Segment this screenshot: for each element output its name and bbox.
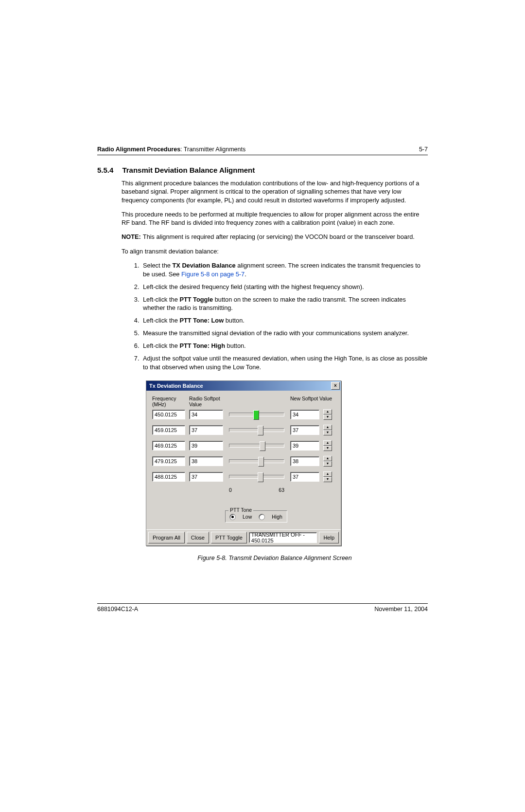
frequency-field[interactable]: 488.0125 bbox=[152, 472, 185, 482]
softpot-row: 479.01253838▲▼ bbox=[152, 456, 335, 467]
step-3: Left-click the PTT Toggle button on the … bbox=[141, 295, 428, 313]
softpot-slider[interactable] bbox=[227, 413, 286, 416]
new-softpot-field[interactable]: 38 bbox=[290, 456, 319, 466]
frequency-field[interactable]: 479.0125 bbox=[152, 456, 185, 466]
softpot-spinner[interactable]: ▲▼ bbox=[323, 440, 335, 451]
program-all-button[interactable]: Program All bbox=[148, 532, 185, 543]
radio-softpot-field: 37 bbox=[189, 472, 223, 482]
slider-thumb[interactable] bbox=[260, 441, 265, 451]
frequency-field[interactable]: 459.0125 bbox=[152, 425, 185, 435]
running-header: Radio Alignment Procedures: Transmitter … bbox=[97, 146, 428, 155]
slider-thumb[interactable] bbox=[258, 472, 263, 482]
step-5: Measure the transmitted signal deviation… bbox=[141, 329, 428, 338]
step-1: Select the TX Deviation Balance alignmen… bbox=[141, 261, 428, 279]
radio-softpot-field: 37 bbox=[189, 425, 223, 435]
slider-thumb[interactable] bbox=[258, 426, 263, 435]
softpot-row: 459.01253737▲▼ bbox=[152, 425, 335, 435]
col-new-softpot: New Softpot Value bbox=[290, 396, 335, 407]
spin-down-icon[interactable]: ▼ bbox=[323, 461, 332, 467]
softpot-spinner[interactable]: ▲▼ bbox=[323, 425, 335, 435]
dialog-title: Tx Deviation Balance bbox=[149, 383, 203, 389]
header-sub: : Transmitter Alignments bbox=[180, 146, 245, 153]
header-chapter: Radio Alignment Procedures bbox=[97, 146, 180, 153]
doc-number: 6881094C12-A bbox=[97, 606, 138, 613]
spin-up-icon[interactable]: ▲ bbox=[323, 440, 332, 446]
section-heading: 5.5.4 Transmit Deviation Balance Alignme… bbox=[97, 166, 428, 174]
ptt-low-label: Low bbox=[243, 514, 252, 520]
spin-down-icon[interactable]: ▼ bbox=[323, 430, 332, 435]
softpot-slider[interactable] bbox=[227, 475, 286, 479]
spin-down-icon[interactable]: ▼ bbox=[323, 446, 332, 451]
scale-min: 0 bbox=[229, 487, 232, 493]
softpot-slider[interactable] bbox=[227, 428, 286, 432]
slider-thumb[interactable] bbox=[258, 457, 264, 467]
softpot-spinner[interactable]: ▲▼ bbox=[323, 409, 335, 420]
new-softpot-field[interactable]: 39 bbox=[290, 441, 319, 451]
radio-softpot-field: 39 bbox=[189, 441, 223, 451]
page-number: 5-7 bbox=[419, 146, 428, 153]
ptt-tone-legend: PTT Tone bbox=[228, 507, 253, 513]
new-softpot-field[interactable]: 34 bbox=[290, 410, 319, 419]
ptt-high-radio[interactable] bbox=[259, 514, 265, 520]
steps-list: Select the TX Deviation Balance alignmen… bbox=[122, 261, 428, 372]
new-softpot-field[interactable]: 37 bbox=[290, 472, 319, 482]
ptt-high-label: High bbox=[272, 514, 282, 520]
spin-down-icon[interactable]: ▼ bbox=[323, 477, 332, 482]
new-softpot-field[interactable]: 37 bbox=[290, 425, 319, 435]
ptt-toggle-button[interactable]: PTT Toggle bbox=[211, 532, 247, 543]
note: NOTE: This alignment is required after r… bbox=[122, 233, 428, 241]
help-button[interactable]: Help bbox=[319, 532, 339, 543]
figure-link[interactable]: Figure 5-8 on page 5-7 bbox=[181, 271, 245, 278]
close-icon[interactable]: × bbox=[331, 382, 340, 390]
note-text: This alignment is required after replaci… bbox=[143, 233, 415, 241]
softpot-spinner[interactable]: ▲▼ bbox=[323, 456, 335, 467]
paragraph-2: This procedure needs to be performed at … bbox=[122, 210, 428, 227]
radio-softpot-field: 38 bbox=[189, 456, 223, 466]
softpot-spinner[interactable]: ▲▼ bbox=[323, 471, 335, 482]
spin-down-icon[interactable]: ▼ bbox=[323, 415, 332, 420]
step-7: Adjust the softpot value until the measu… bbox=[141, 354, 428, 372]
spin-up-icon[interactable]: ▲ bbox=[323, 456, 332, 461]
col-frequency: Frequency (MHz) bbox=[152, 396, 185, 407]
figure-caption: Figure 5-8. Transmit Deviation Balance A… bbox=[122, 555, 428, 561]
steps-intro: To align transmit deviation balance: bbox=[122, 247, 428, 255]
transmitter-status: TRANSMITTER OFF - 450.0125 bbox=[249, 532, 317, 543]
slider-thumb[interactable] bbox=[253, 410, 259, 420]
step-6: Left-click the PTT Tone: High button. bbox=[141, 342, 428, 350]
page-footer: 6881094C12-A November 11, 2004 bbox=[97, 603, 428, 613]
softpot-slider[interactable] bbox=[227, 444, 286, 448]
ptt-tone-group: PTT Tone Low High bbox=[225, 510, 287, 523]
frequency-field[interactable]: 450.0125 bbox=[152, 410, 185, 419]
softpot-row: 450.01253434▲▼ bbox=[152, 409, 335, 420]
softpot-slider[interactable] bbox=[227, 459, 286, 463]
section-title: Transmit Deviation Balance Alignment bbox=[122, 166, 255, 174]
paragraph-1: This alignment procedure balances the mo… bbox=[122, 179, 428, 204]
step-4: Left-click the PTT Tone: Low button. bbox=[141, 316, 428, 325]
spin-up-icon[interactable]: ▲ bbox=[323, 409, 332, 415]
note-label: NOTE: bbox=[122, 233, 141, 241]
ptt-low-radio[interactable] bbox=[229, 514, 236, 520]
col-radio-softpot: Radio Softpot Value bbox=[189, 396, 223, 407]
spin-up-icon[interactable]: ▲ bbox=[323, 471, 332, 477]
close-button[interactable]: Close bbox=[187, 532, 209, 543]
tx-deviation-dialog: Tx Deviation Balance × Frequency (MHz) R… bbox=[146, 380, 341, 546]
step-2: Left-click the desired frequency field (… bbox=[141, 283, 428, 291]
softpot-row: 488.01253737▲▼ bbox=[152, 471, 335, 482]
frequency-field[interactable]: 469.0125 bbox=[152, 441, 185, 451]
scale-max: 63 bbox=[279, 487, 284, 493]
section-number: 5.5.4 bbox=[97, 166, 113, 174]
radio-softpot-field: 34 bbox=[189, 410, 223, 419]
spin-up-icon[interactable]: ▲ bbox=[323, 425, 332, 430]
dialog-titlebar[interactable]: Tx Deviation Balance × bbox=[146, 381, 341, 391]
softpot-row: 469.01253939▲▼ bbox=[152, 440, 335, 451]
doc-date: November 11, 2004 bbox=[374, 606, 428, 613]
